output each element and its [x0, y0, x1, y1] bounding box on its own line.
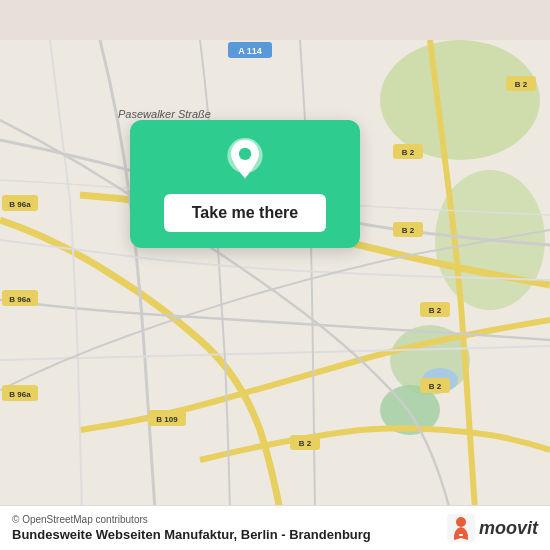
svg-rect-36 — [459, 534, 463, 536]
svg-text:Pasewalker Straße: Pasewalker Straße — [118, 108, 211, 120]
svg-text:B 2: B 2 — [515, 80, 528, 89]
bottom-bar: © OpenStreetMap contributors Bundesweite… — [0, 505, 550, 550]
svg-text:B 96a: B 96a — [9, 295, 31, 304]
moovit-logo: moovit — [447, 514, 538, 542]
place-name-text: Bundesweite Webseiten Manufaktur, Berlin… — [12, 527, 371, 542]
take-me-there-button[interactable]: Take me there — [164, 194, 326, 232]
copyright-text: © OpenStreetMap contributors — [12, 514, 371, 525]
svg-text:B 2: B 2 — [402, 226, 415, 235]
moovit-character-icon — [447, 514, 475, 542]
bottom-info: © OpenStreetMap contributors Bundesweite… — [12, 514, 371, 542]
map-container: A 114 B 96a B 96a B 96a B 109 B 109 B 2 … — [0, 0, 550, 550]
svg-text:B 2: B 2 — [402, 148, 415, 157]
svg-point-33 — [239, 148, 251, 160]
svg-text:B 109: B 109 — [156, 415, 178, 424]
svg-text:A 114: A 114 — [238, 46, 262, 56]
svg-text:B 96a: B 96a — [9, 200, 31, 209]
moovit-text: moovit — [479, 518, 538, 539]
svg-text:B 96a: B 96a — [9, 390, 31, 399]
svg-text:B 2: B 2 — [429, 306, 442, 315]
svg-text:B 2: B 2 — [299, 439, 312, 448]
svg-text:B 2: B 2 — [429, 382, 442, 391]
svg-point-35 — [456, 517, 466, 527]
location-pin-icon — [223, 138, 267, 182]
svg-point-1 — [380, 40, 540, 160]
map-svg: A 114 B 96a B 96a B 96a B 109 B 109 B 2 … — [0, 0, 550, 550]
action-card: Take me there — [130, 120, 360, 248]
